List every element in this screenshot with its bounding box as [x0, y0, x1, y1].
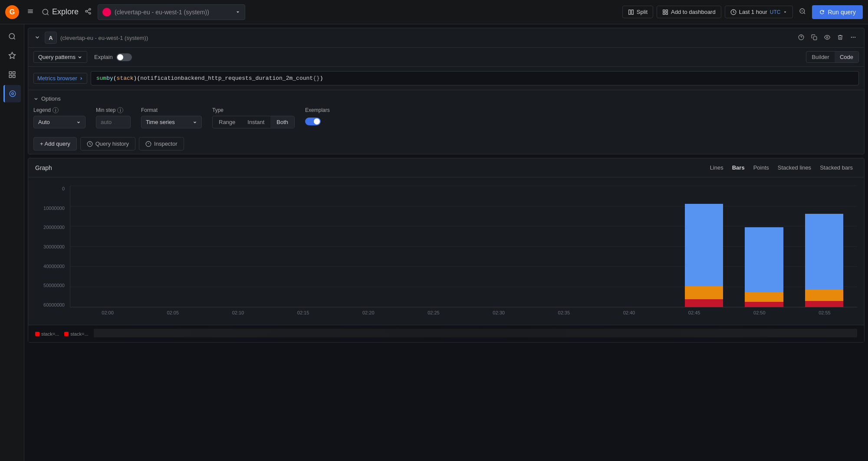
chevron-down-icon: [783, 10, 787, 14]
query-header: A (clevertap-eu - eu-west-1 (system)): [28, 28, 864, 48]
svg-rect-8: [631, 10, 633, 14]
svg-rect-1: [28, 11, 33, 12]
sidebar: [0, 24, 24, 461]
graph-view-buttons: Lines Bars Points Stacked lines Stacked …: [706, 163, 857, 173]
sidebar-item-dashboards[interactable]: [3, 66, 21, 83]
chevron-down-icon: [77, 55, 82, 60]
sidebar-toggle-button[interactable]: [24, 6, 36, 18]
inspector-button[interactable]: Inspector: [139, 137, 184, 150]
delete-button[interactable]: [835, 33, 846, 43]
bar-segment-blue: [685, 204, 723, 286]
svg-rect-17: [9, 72, 11, 74]
options-header[interactable]: Options: [33, 95, 859, 102]
query-history-button[interactable]: Query history: [80, 137, 135, 150]
svg-point-15: [9, 33, 14, 39]
bar-group-02-55: [795, 214, 854, 307]
x-tick: 02:55: [792, 310, 857, 315]
datasource-icon: [102, 8, 111, 16]
legend-color: [64, 332, 69, 336]
svg-point-27: [853, 36, 854, 37]
share-button[interactable]: [82, 6, 94, 18]
copy-icon: [811, 34, 817, 40]
datasource-name: (clevertap-eu - eu-west-1 (system)): [115, 9, 232, 16]
eye-icon: [824, 34, 830, 40]
x-tick: 02:45: [662, 310, 727, 315]
format-select[interactable]: Time series: [141, 116, 202, 128]
type-range-button[interactable]: Range: [213, 116, 241, 128]
search-icon: [8, 33, 16, 40]
query-input[interactable]: sum by ( stack ) ( notificationbackend_h…: [91, 71, 859, 85]
svg-point-5: [85, 10, 87, 12]
help-button[interactable]: [796, 33, 807, 43]
view-points-button[interactable]: Points: [749, 163, 773, 173]
bar-group-02-52: [734, 227, 793, 307]
query-letter: A: [45, 32, 57, 44]
view-stacked-lines-button[interactable]: Stacked lines: [773, 163, 815, 173]
svg-marker-16: [9, 52, 15, 59]
query-editor-row: Metrics browser sum by ( stack ) ( notif…: [28, 67, 864, 90]
view-bars-button[interactable]: Bars: [728, 163, 749, 173]
add-query-button[interactable]: + Add query: [33, 137, 77, 150]
bars-container: [70, 186, 857, 307]
trash-icon: [837, 34, 843, 40]
bar-segment-blue: [805, 214, 844, 290]
min-step-input[interactable]: [96, 116, 131, 128]
main-layout: A (clevertap-eu - eu-west-1 (system)): [0, 24, 868, 461]
code-button[interactable]: Code: [835, 52, 858, 62]
clock-icon: [730, 9, 736, 15]
view-lines-button[interactable]: Lines: [706, 163, 728, 173]
split-button[interactable]: Split: [622, 6, 653, 18]
builder-button[interactable]: Builder: [806, 52, 834, 62]
exemplars-toggle[interactable]: [305, 118, 321, 125]
run-query-button[interactable]: Run query: [812, 5, 863, 19]
query-patterns-button[interactable]: Query patterns: [33, 51, 87, 63]
more-options-button[interactable]: [848, 33, 859, 43]
min-step-info-icon[interactable]: i: [117, 107, 123, 113]
add-to-dashboard-button[interactable]: Add to dashboard: [657, 6, 721, 18]
split-icon: [628, 9, 634, 15]
y-tick: 30000000: [35, 244, 65, 249]
type-field: Type Range Instant Both: [212, 107, 295, 128]
chevron-down-icon: [33, 96, 39, 101]
svg-point-3: [43, 9, 48, 14]
x-tick: 02:35: [531, 310, 596, 315]
legend-field: Legend i Auto: [33, 107, 85, 128]
explain-toggle[interactable]: [116, 53, 132, 61]
ellipsis-icon: [850, 34, 856, 40]
app-logo[interactable]: G: [5, 5, 19, 19]
svg-rect-11: [663, 13, 665, 14]
graph-title: Graph: [35, 164, 52, 171]
dashboards-icon: [8, 71, 16, 78]
svg-rect-10: [666, 10, 667, 11]
toggle-knob: [314, 118, 320, 124]
type-instant-button[interactable]: Instant: [241, 116, 270, 128]
legend-select[interactable]: Auto: [33, 116, 85, 128]
bottom-actions: + Add query Query history Inspector: [28, 134, 864, 154]
time-range-picker[interactable]: Last 1 hour UTC: [725, 6, 793, 18]
x-tick: 02:10: [205, 310, 270, 315]
view-stacked-bars-button[interactable]: Stacked bars: [815, 163, 857, 173]
time-range-label: Last 1 hour: [739, 9, 767, 15]
sidebar-item-search[interactable]: [3, 28, 21, 45]
svg-point-26: [851, 36, 852, 37]
sidebar-item-starred[interactable]: [3, 47, 21, 64]
svg-rect-2: [28, 12, 33, 13]
min-step-field: Min step i: [96, 107, 131, 128]
eye-button[interactable]: [822, 33, 833, 43]
metrics-browser-button[interactable]: Metrics browser: [33, 73, 87, 84]
sidebar-item-explore[interactable]: [3, 85, 21, 102]
svg-rect-9: [663, 10, 665, 11]
svg-rect-24: [813, 36, 817, 40]
copy-button[interactable]: [809, 33, 820, 43]
type-both-button[interactable]: Both: [270, 116, 294, 128]
min-step-label: Min step i: [96, 107, 131, 113]
legend-info-icon[interactable]: i: [53, 107, 59, 113]
graph-body: 60000000 50000000 40000000 30000000 2000…: [28, 177, 864, 325]
bar-segment-orange: [685, 286, 723, 299]
zoom-out-button[interactable]: [796, 6, 809, 18]
bar-stack: [745, 227, 783, 307]
format-field: Format Time series: [141, 107, 202, 128]
datasource-picker[interactable]: (clevertap-eu - eu-west-1 (system)): [98, 4, 245, 20]
topbar: G Explore (clevertap-eu - eu-west-1 (sys…: [0, 0, 868, 24]
collapse-button[interactable]: [33, 33, 41, 43]
